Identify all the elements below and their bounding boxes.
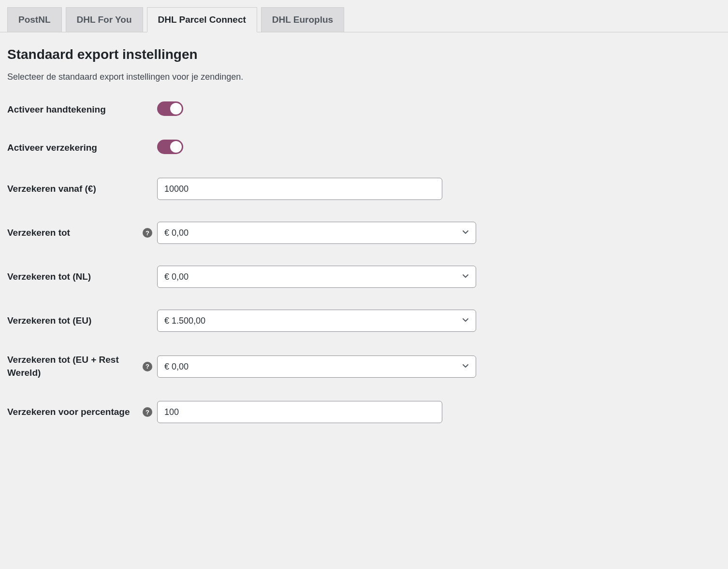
tab-dhl-for-you[interactable]: DHL For You: [66, 7, 143, 32]
section-title: Standaard export instellingen: [7, 47, 721, 62]
select-insured-to[interactable]: € 0,00: [157, 222, 476, 244]
carrier-tabs: PostNL DHL For You DHL Parcel Connect DH…: [0, 0, 728, 32]
label-insured-from: Verzekeren vanaf (€): [7, 183, 96, 196]
select-insured-to-eu[interactable]: € 1.500,00: [157, 310, 476, 332]
label-insured-to-nl: Verzekeren tot (NL): [7, 270, 91, 284]
label-insurance-enable: Activeer verzekering: [7, 142, 97, 155]
toggle-insurance[interactable]: [157, 140, 183, 154]
tab-dhl-parcel-connect[interactable]: DHL Parcel Connect: [147, 7, 257, 32]
input-insured-from[interactable]: [157, 178, 442, 200]
label-signature: Activeer handtekening: [7, 103, 106, 116]
label-insured-to-world: Verzekeren tot (EU + Rest Wereld): [7, 354, 139, 379]
section-description: Selecteer de standaard export instelling…: [7, 72, 721, 82]
select-insured-to-nl[interactable]: € 0,00: [157, 266, 476, 288]
help-icon[interactable]: ?: [143, 407, 152, 417]
tab-dhl-europlus[interactable]: DHL Europlus: [261, 7, 344, 32]
tab-postnl[interactable]: PostNL: [7, 7, 62, 32]
label-insured-to: Verzekeren tot: [7, 227, 70, 240]
select-insured-to-world[interactable]: € 0,00: [157, 356, 476, 378]
help-icon[interactable]: ?: [143, 228, 152, 238]
input-insured-percent[interactable]: [157, 401, 442, 423]
label-insured-to-eu: Verzekeren tot (EU): [7, 314, 91, 327]
label-insured-percent: Verzekeren voor percentage: [7, 406, 130, 419]
help-icon[interactable]: ?: [143, 362, 152, 371]
toggle-signature[interactable]: [157, 101, 183, 116]
